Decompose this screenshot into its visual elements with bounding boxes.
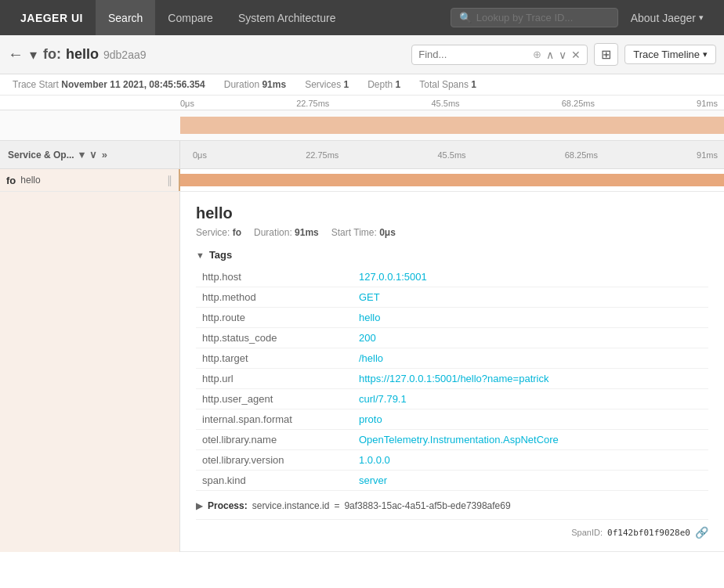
detail-title: hello <box>196 204 708 222</box>
top-nav: JAEGER UI Search Compare System Architec… <box>0 0 724 35</box>
trace-total-spans-label: Total Spans <box>419 79 469 90</box>
spanid-value: 0f142bf01f9028e0 <box>607 528 690 538</box>
tag-value: GET <box>353 287 708 308</box>
trace-header-bar: ← ▾ fo: hello 9db2aa9 ⊕ ∧ ∨ ✕ ⊞ Trace Ti… <box>0 35 724 74</box>
span-bar-fill <box>180 174 724 186</box>
tags-table-row: http.host127.0.0.1:5001 <box>196 267 708 287</box>
spans-header: Service & Op... ▾ ∨ » 0μs 22.75ms 45.5ms… <box>0 141 724 169</box>
collapse-all-icon[interactable]: » <box>102 149 107 161</box>
trace-duration-value: 91ms <box>262 79 286 90</box>
trace-start: Trace Start November 11 2021, 08:45:56.3… <box>13 79 205 90</box>
tag-value: 127.0.0.1:5001 <box>353 267 708 287</box>
nav-item-system-architecture[interactable]: System Architecture <box>226 0 349 35</box>
process-value: 9af3883-15ac-4a51-af5b-ede7398afe69 <box>344 500 510 511</box>
find-warning-icon: ⊕ <box>533 49 541 60</box>
find-prev-icon[interactable]: ∧ <box>546 49 554 61</box>
tags-table-row: http.routehello <box>196 308 708 328</box>
trace-services-value: 1 <box>343 79 349 90</box>
tag-value: curl/7.79.1 <box>353 389 708 409</box>
header-time-3: 68.25ms <box>565 150 598 160</box>
tag-value: 200 <box>353 328 708 348</box>
trace-title: fo: hello 9db2aa9 <box>43 46 147 63</box>
header-time-4: 91ms <box>697 150 718 160</box>
tags-toggle-icon: ▼ <box>196 251 205 260</box>
header-time-2: 45.5ms <box>437 150 465 160</box>
tag-value: /hello <box>353 348 708 369</box>
lookup-input[interactable] <box>476 12 610 23</box>
spanid-link-icon[interactable]: 🔗 <box>695 526 708 539</box>
nav-logo: JAEGER UI <box>8 12 96 24</box>
trace-duration: Duration 91ms <box>224 79 286 90</box>
span-right <box>180 169 724 191</box>
tags-section: ▼ Tags http.host127.0.0.1:5001http.metho… <box>196 249 708 491</box>
find-input[interactable] <box>418 49 528 60</box>
tag-key: http.host <box>196 267 353 287</box>
tag-key: http.user_agent <box>196 389 353 409</box>
trace-services: Services 1 <box>305 79 349 90</box>
span-operation-label: hello <box>20 175 40 186</box>
search-icon: 🔍 <box>459 12 472 23</box>
trace-operation: hello <box>66 46 99 63</box>
detail-left-pad <box>0 192 180 552</box>
process-key: service.instance.id <box>252 500 330 511</box>
tags-table-row: http.methodGET <box>196 287 708 308</box>
detail-start: Start Time: 0μs <box>331 227 396 238</box>
timeline-button-label: Trace Timeline <box>633 49 700 60</box>
detail-service: Service: fo <box>196 227 241 238</box>
process-row[interactable]: ▶ Process: service.instance.id = 9af3883… <box>196 500 708 511</box>
chevron-down-icon: ▾ <box>699 13 704 23</box>
span-left[interactable]: fo hello ∥ <box>0 169 180 191</box>
collapse-icon[interactable]: ∨ <box>89 149 97 161</box>
tag-value: server <box>353 471 708 491</box>
drag-handle-icon[interactable]: ∥ <box>167 174 172 186</box>
back-button[interactable]: ← <box>8 45 24 63</box>
timeline-button[interactable]: Trace Timeline ▾ <box>624 45 716 64</box>
expand-all-icon[interactable]: ▾ <box>79 149 85 161</box>
process-label: Process: <box>208 500 248 511</box>
tag-key: http.method <box>196 287 353 308</box>
detail-meta-row: Service: fo Duration: 91ms Start Time: 0… <box>196 227 708 238</box>
tag-key: http.status_code <box>196 328 353 348</box>
find-next-icon[interactable]: ∨ <box>559 49 567 61</box>
timeline-area: 0μs 22.75ms 45.5ms 68.25ms 91ms <box>0 96 724 141</box>
spanid-row: SpanID: 0f142bf01f9028e0 🔗 <box>196 519 708 539</box>
tags-section-header[interactable]: ▼ Tags <box>196 249 708 261</box>
tags-label: Tags <box>209 249 232 261</box>
tag-key: internal.span.format <box>196 409 353 430</box>
dag-button[interactable]: ⊞ <box>594 43 618 66</box>
timeline-ruler: 0μs 22.75ms 45.5ms 68.25ms 91ms <box>0 96 724 110</box>
span-bar <box>180 174 724 186</box>
about-jaeger-label: About Jaeger <box>631 12 696 24</box>
service-op-label: Service & Op... <box>8 150 74 161</box>
timeline-minimap-bar <box>180 117 724 134</box>
tag-value: https://127.0.0.1:5001/hello?name=patric… <box>353 369 708 389</box>
about-jaeger-menu[interactable]: About Jaeger ▾ <box>618 0 716 35</box>
tag-key: span.kind <box>196 471 353 491</box>
nav-item-compare[interactable]: Compare <box>155 0 226 35</box>
spans-header-left: Service & Op... ▾ ∨ » <box>0 141 180 168</box>
nav-item-search[interactable]: Search <box>96 0 155 35</box>
tag-value: 1.0.0.0 <box>353 450 708 471</box>
spanid-label: SpanID: <box>571 528 603 537</box>
ruler-mark-3: 68.25ms <box>562 99 595 108</box>
tag-key: otel.library.name <box>196 430 353 450</box>
trace-service: fo: <box>43 46 61 63</box>
trace-meta: Trace Start November 11 2021, 08:45:56.3… <box>0 74 724 96</box>
timeline-minimap[interactable] <box>0 110 724 140</box>
tags-table-row: http.target/hello <box>196 348 708 369</box>
tags-table-row: otel.library.nameOpenTelemetry.Instrumen… <box>196 430 708 450</box>
tag-value: OpenTelemetry.Instrumentation.AspNetCore <box>353 430 708 450</box>
tags-table-row: http.urlhttps://127.0.0.1:5001/hello?nam… <box>196 369 708 389</box>
lookup-search-box[interactable]: 🔍 <box>451 8 618 27</box>
span-row[interactable]: fo hello ∥ <box>0 169 724 192</box>
ruler-mark-0: 0μs <box>180 99 194 108</box>
trace-services-label: Services <box>305 79 341 90</box>
find-box[interactable]: ⊕ ∧ ∨ ✕ <box>411 45 588 65</box>
tag-key: http.url <box>196 369 353 389</box>
trace-start-label: Trace Start <box>13 79 59 90</box>
trace-start-value: November 11 2021, 08:45:56.354 <box>61 79 205 90</box>
tag-key: http.route <box>196 308 353 328</box>
trace-collapse-icon[interactable]: ▾ <box>30 46 37 63</box>
tags-table-row: otel.library.version1.0.0.0 <box>196 450 708 471</box>
find-close-icon[interactable]: ✕ <box>571 49 581 61</box>
